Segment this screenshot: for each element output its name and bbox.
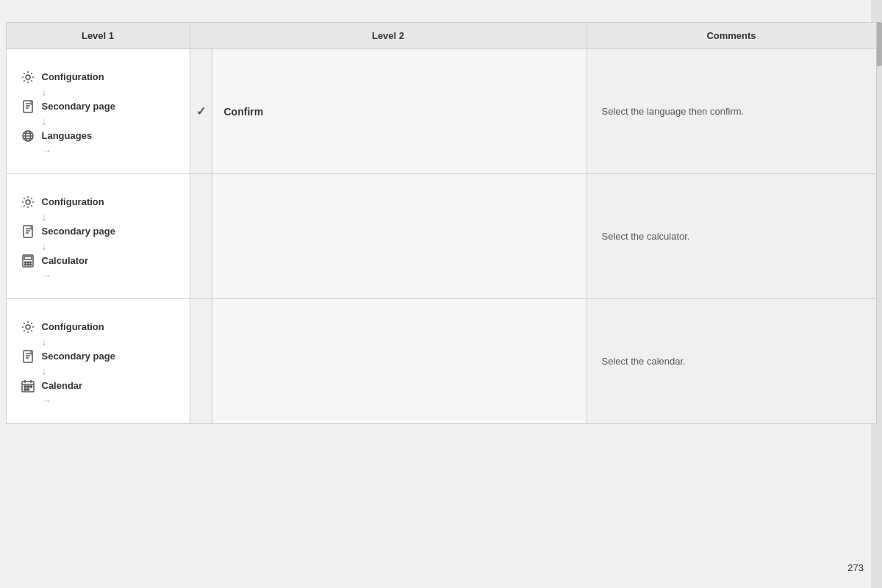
arrow-down-icon: ↓ bbox=[42, 337, 47, 347]
svg-point-11 bbox=[24, 264, 26, 265]
gear-icon bbox=[20, 319, 36, 335]
cell-level1-row0: Configuration↓ Secondary page↓ Languages… bbox=[6, 49, 190, 174]
nav-item: Languages bbox=[20, 128, 93, 144]
nav-item-label: Configuration bbox=[42, 196, 104, 207]
svg-rect-17 bbox=[24, 386, 26, 387]
arrow-right-icon: → bbox=[42, 146, 52, 156]
gear-icon bbox=[20, 69, 36, 85]
arrow-down-icon: ↓ bbox=[42, 241, 47, 251]
svg-rect-7 bbox=[24, 257, 32, 259]
nav-item-label: Calculator bbox=[42, 255, 89, 266]
cell-check-row2 bbox=[190, 299, 212, 424]
svg-rect-19 bbox=[30, 386, 32, 387]
lang-icon bbox=[20, 128, 36, 144]
svg-rect-21 bbox=[27, 389, 29, 390]
arrow-down-icon: ↓ bbox=[42, 116, 47, 126]
nav-item: Calendar bbox=[20, 378, 83, 394]
cell-level2-row0: Confirm bbox=[212, 49, 587, 174]
main-table: Level 1 Level 2 Comments Configuration↓ … bbox=[6, 22, 877, 424]
nav-item-label: Secondary page bbox=[42, 101, 115, 112]
checkmark-icon: ✓ bbox=[196, 105, 206, 118]
cell-check-row0: ✓ bbox=[190, 49, 212, 174]
nav-item: Secondary page bbox=[20, 348, 115, 365]
page-icon bbox=[20, 223, 36, 240]
nav-item-label: Languages bbox=[42, 130, 93, 141]
nav-item: Calculator bbox=[20, 253, 89, 269]
nav-item-label: Secondary page bbox=[42, 351, 115, 362]
nav-item: Configuration bbox=[20, 69, 104, 85]
cell-comments-row2: Select the calendar. bbox=[587, 299, 876, 424]
level2-label: Confirm bbox=[224, 106, 264, 118]
svg-point-8 bbox=[24, 262, 26, 263]
svg-point-13 bbox=[29, 264, 31, 265]
arrow-down-icon: ↓ bbox=[42, 212, 47, 222]
header-level1: Level 1 bbox=[6, 23, 190, 49]
cell-comments-row0: Select the language then confirm. bbox=[587, 49, 876, 174]
gear-icon bbox=[20, 194, 36, 210]
arrow-right-icon: → bbox=[42, 270, 52, 281]
svg-rect-20 bbox=[24, 389, 26, 390]
calc-icon bbox=[20, 253, 36, 269]
nav-item: Secondary page bbox=[20, 98, 115, 115]
nav-item-label: Secondary page bbox=[42, 226, 115, 237]
cell-level1-row1: Configuration↓ Secondary page↓ Calculato… bbox=[6, 174, 190, 299]
header-level2: Level 2 bbox=[190, 23, 587, 49]
header-comments: Comments bbox=[587, 23, 876, 49]
table-row: Configuration↓ Secondary page↓ Calendar→… bbox=[6, 299, 876, 424]
cell-level2-row2 bbox=[212, 299, 587, 424]
page-icon bbox=[20, 348, 36, 365]
svg-rect-18 bbox=[27, 386, 29, 387]
cell-level2-row1 bbox=[212, 174, 587, 299]
nav-item-label: Configuration bbox=[42, 71, 104, 82]
nav-item-label: Configuration bbox=[42, 321, 104, 332]
page-icon bbox=[20, 98, 36, 115]
svg-point-9 bbox=[27, 262, 29, 263]
cell-check-row1 bbox=[190, 174, 212, 299]
svg-point-14 bbox=[26, 325, 30, 329]
svg-point-0 bbox=[26, 75, 30, 79]
arrow-down-icon: ↓ bbox=[42, 366, 47, 376]
svg-point-4 bbox=[26, 200, 30, 204]
nav-item: Configuration bbox=[20, 194, 104, 210]
page-container: Level 1 Level 2 Comments Configuration↓ … bbox=[6, 22, 877, 424]
page-number: 273 bbox=[847, 562, 864, 573]
arrow-right-icon: → bbox=[42, 395, 52, 406]
svg-point-10 bbox=[29, 262, 31, 263]
cell-level1-row2: Configuration↓ Secondary page↓ Calendar→ bbox=[6, 299, 190, 424]
nav-item-label: Calendar bbox=[42, 380, 83, 391]
cell-comments-row1: Select the calculator. bbox=[587, 174, 876, 299]
nav-item: Configuration bbox=[20, 319, 104, 335]
arrow-down-icon: ↓ bbox=[42, 87, 47, 97]
nav-item: Secondary page bbox=[20, 223, 115, 240]
cal-icon bbox=[20, 378, 36, 394]
table-row: Configuration↓ Secondary page↓ Calculato… bbox=[6, 174, 876, 299]
table-row: Configuration↓ Secondary page↓ Languages… bbox=[6, 49, 876, 174]
svg-point-12 bbox=[27, 264, 29, 265]
